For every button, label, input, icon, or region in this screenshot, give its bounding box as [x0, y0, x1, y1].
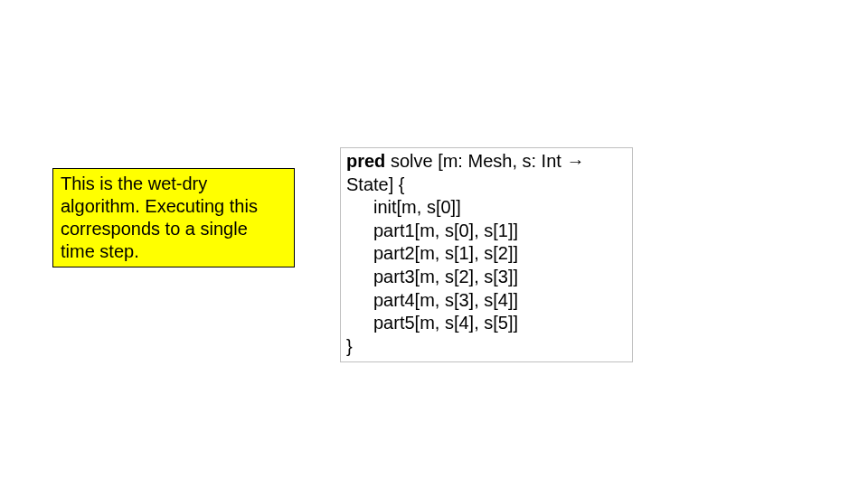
code-line-2: part2[m, s[1], s[2]] — [346, 242, 627, 266]
code-close: } — [346, 335, 627, 359]
code-keyword: pred — [346, 151, 385, 171]
code-line-5: part5[m, s[4], s[5]] — [346, 312, 627, 335]
note-text: This is the wet-dry algorithm. Executing… — [61, 174, 258, 261]
note-box: This is the wet-dry algorithm. Executing… — [52, 168, 295, 267]
code-line-0: init[m, s[0]] — [346, 196, 627, 220]
code-line-1: part1[m, s[0], s[1]] — [346, 220, 627, 243]
code-box: pred solve [m: Mesh, s: Int → State] { i… — [340, 147, 633, 362]
code-line-3: part3[m, s[2], s[3]] — [346, 266, 627, 289]
code-sig-line: pred solve [m: Mesh, s: Int → State] { — [346, 150, 627, 196]
code-line-4: part4[m, s[3], s[4]] — [346, 289, 627, 313]
